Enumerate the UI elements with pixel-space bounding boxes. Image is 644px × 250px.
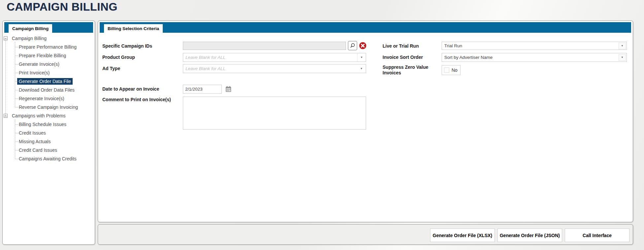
tree-item-reverse-campaign-invoicing[interactable]: Reverse Campaign Invoicing [3,103,95,111]
live-or-trial-label: Live or Trial Run [383,43,419,49]
suppress-zero-label: Suppress Zero Value Invoices [383,64,433,76]
main-tabbar: Billing Selection Criteria [100,22,631,33]
comment-label: Comment to Print on Invoice(s) [102,97,171,103]
tree-connector-line [15,119,15,159]
product-group-select[interactable]: Leave Blank for ALL ▼ [183,53,366,62]
tree-item-generate-order-data-file[interactable]: Generate Order Data File [3,77,95,86]
tree-item-campaigns-awaiting-credits[interactable]: Campaigns Awaiting Credits [3,154,95,163]
tab-campaign-billing[interactable]: Campaign Billing [9,24,52,33]
search-icon [350,43,356,49]
navigation-panel: Campaign Billing −Campaign BillingPrepar… [2,21,95,245]
tree-item-credit-card-issues[interactable]: Credit Card Issues [3,146,95,154]
tree-item-label: Prepare Performance Billing [19,44,77,50]
tree-item-label: Campaigns with Problems [12,113,66,118]
tree-item-credit-issues[interactable]: Credit Issues [3,129,95,137]
tree-item-label: Prepare Flexible Billing [19,53,66,58]
tree-item-label: Credit Card Issues [19,147,57,153]
tree-item-label: Reverse Campaign Invoicing [19,104,78,110]
tree-connector-line [15,159,18,159]
ad-type-select[interactable]: Leave Blank for ALL ▼ [183,64,366,73]
tree-connector-line [15,64,18,64]
invoice-sort-value: Sort by Advertiser Name [442,55,619,60]
suppress-zero-toggle[interactable]: No [442,65,460,75]
tree-item-prepare-flexible-billing[interactable]: Prepare Flexible Billing [3,51,95,60]
tree-item-label: Billing Schedule Issues [19,122,66,127]
tree-item-regenerate-invoice-s[interactable]: Regenerate Invoice(s) [3,94,95,103]
tree-connector-line [15,124,18,125]
action-bar: Generate Order File (XLSX) Generate Orde… [98,224,633,245]
tree-item-billing-schedule-issues[interactable]: Billing Schedule Issues [3,120,95,129]
chevron-down-icon: ▼ [357,67,366,70]
campaign-billing-window: CAMPAIGN BILLING Campaign Billing −Campa… [0,0,644,250]
campaign-search-button[interactable] [348,41,357,50]
chevron-down-icon: ▼ [619,43,626,49]
tree-connector-line [15,107,18,107]
tree-item-missing-actuals[interactable]: Missing Actuals [3,137,95,146]
live-or-trial-select[interactable]: Trial Run ▼ [442,42,627,50]
tree-connector-line [15,73,18,73]
tree-item-label: Generate Invoice(s) [19,62,59,67]
tree-item-label: Missing Actuals [19,139,51,144]
collapse-minus-icon[interactable]: − [4,114,8,118]
product-group-label: Product Group [102,55,135,60]
tree-connector-line [15,47,18,47]
tree-connector-line [15,56,18,56]
tree-item-label: Campaigns Awaiting Credits [19,156,77,161]
ad-type-placeholder: Leave Blank for ALL [183,66,357,71]
chevron-down-icon: ▼ [619,54,626,61]
tree-item-label: Download Order Data Files [19,87,75,93]
ad-type-label: Ad Type [102,66,120,71]
page-title: CAMPAIGN BILLING [7,0,118,13]
specific-campaign-ids-input[interactable] [183,42,346,50]
nav-tree: −Campaign BillingPrepare Performance Bil… [3,34,95,166]
tree-item-label: Campaign Billing [12,36,47,41]
product-group-placeholder: Leave Blank for ALL [183,55,357,60]
generate-order-file-json-button[interactable]: Generate Order File (JSON) [497,229,562,242]
live-or-trial-value: Trial Run [442,43,619,48]
chevron-down-icon: ▼ [357,53,366,62]
tree-item-label: Credit Issues [19,130,46,136]
call-interface-button[interactable]: Call Interface [565,229,629,242]
calendar-icon [225,86,231,92]
clear-campaign-button[interactable] [358,41,367,50]
comment-textarea[interactable] [183,97,366,130]
tree-item-campaign-billing[interactable]: −Campaign Billing [3,34,95,43]
tree-connector-line [15,81,18,82]
collapse-minus-icon[interactable]: − [4,36,8,40]
tree-item-generate-invoice-s[interactable]: Generate Invoice(s) [3,60,95,68]
tree-item-campaigns-with-problems[interactable]: −Campaigns with Problems [3,111,95,120]
checkbox-icon [444,67,449,73]
tree-item-label: Print Invoice(s) [19,70,50,75]
billing-criteria-panel: Billing Selection Criteria Specific Camp… [98,21,633,222]
tree-item-label: Regenerate Invoice(s) [19,96,64,101]
tree-connector-line [15,133,18,133]
generate-order-file-xlsx-button[interactable]: Generate Order File (XLSX) [430,229,495,242]
tree-connector-line [15,99,18,99]
tree-connector-line [15,142,18,142]
invoice-sort-label: Invoice Sort Order [383,55,423,60]
sidebar-tabbar: Campaign Billing [4,22,93,33]
delete-x-icon [359,42,367,50]
tree-item-label: Generate Order Data File [17,78,73,85]
calendar-picker-button[interactable] [225,86,232,92]
invoice-sort-select[interactable]: Sort by Advertiser Name ▼ [442,53,627,62]
tree-item-download-order-data-files[interactable]: Download Order Data Files [3,86,95,94]
tree-connector-line [15,150,18,150]
tree-item-print-invoice-s[interactable]: Print Invoice(s) [3,68,95,77]
invoice-date-input[interactable] [183,85,222,94]
specific-campaign-ids-label: Specific Campaign IDs [102,43,152,49]
tree-connector-line [5,41,6,116]
tab-billing-selection-criteria[interactable]: Billing Selection Criteria [104,24,163,33]
tree-item-prepare-performance-billing[interactable]: Prepare Performance Billing [3,43,95,51]
tree-connector-line [15,90,18,90]
suppress-zero-value: No [452,67,458,73]
tree-connector-line [15,42,15,107]
invoice-date-label: Date to Appear on Invoice [102,86,159,92]
